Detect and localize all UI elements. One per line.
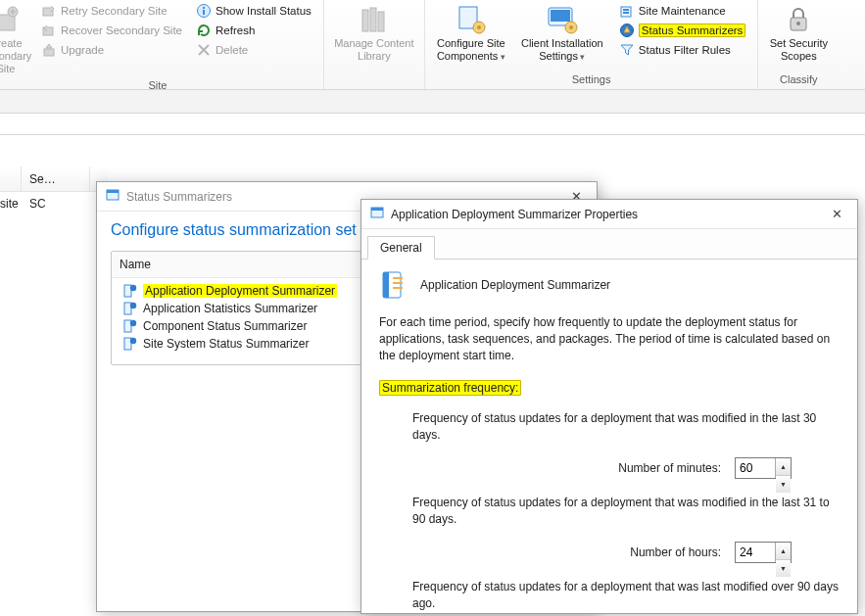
- retry-secondary-button[interactable]: Retry Secondary Site: [37, 2, 186, 20]
- summarizer-icon: [121, 301, 137, 316]
- svg-rect-26: [124, 285, 131, 297]
- recover-secondary-button[interactable]: Recover Secondary Site: [37, 22, 186, 39]
- svg-rect-19: [623, 9, 629, 11]
- refresh-button[interactable]: Refresh: [192, 22, 315, 39]
- grid-cell-sc: SC: [22, 197, 61, 211]
- svg-rect-37: [383, 272, 389, 298]
- set-security-label: Set Security Scopes: [768, 37, 829, 63]
- create-secondary-label: Create Secondary Site: [0, 37, 31, 75]
- grid-col-se[interactable]: Se…: [22, 166, 90, 191]
- client-install-label: Client Installation Settings: [517, 37, 607, 64]
- grid-row[interactable]: mary site SC: [0, 192, 108, 215]
- section-label-text: Summarization frequency:: [379, 380, 521, 396]
- spin-down-button[interactable]: ▼: [776, 476, 791, 493]
- freq1-desc: Frequency of status updates for a deploy…: [412, 410, 840, 444]
- properties-body: Application Deployment Summarizer For ea…: [361, 260, 857, 616]
- status-summarizers-title: Status Summarizers: [126, 190, 232, 204]
- configure-site-label: Configure Site Components: [435, 37, 507, 64]
- freq2-label: Number of hours:: [427, 545, 721, 561]
- svg-point-29: [130, 303, 136, 308]
- spin-up-button[interactable]: ▲: [776, 458, 791, 476]
- retry-secondary-label: Retry Secondary Site: [61, 5, 168, 17]
- hours-input[interactable]: [736, 543, 775, 562]
- freq1-label: Number of minutes:: [427, 460, 721, 477]
- notebook-icon: [379, 269, 410, 301]
- manage-content-button[interactable]: Manage Content Library: [332, 2, 416, 65]
- manage-content-label: Manage Content Library: [334, 37, 414, 63]
- retry-icon: [41, 3, 57, 19]
- section-label: Summarization frequency:: [379, 380, 521, 397]
- list-item-label: Component Status Summarizer: [143, 319, 307, 333]
- refresh-icon: [196, 23, 212, 38]
- properties-title: Application Deployment Summarizer Proper…: [391, 208, 638, 221]
- window-icon: [105, 187, 120, 206]
- summarizer-icon: [121, 318, 137, 334]
- freq2-field: Number of hours: ▲ ▼: [379, 542, 840, 563]
- svg-rect-32: [124, 338, 131, 350]
- summarizer-icon: [121, 336, 137, 352]
- svg-rect-39: [393, 282, 403, 284]
- upgrade-button[interactable]: Upgrade: [37, 41, 186, 59]
- configure-site-button[interactable]: Configure Site Components: [433, 2, 509, 66]
- list-item-label: Site System Status Summarizer: [143, 337, 309, 351]
- svg-rect-28: [124, 303, 131, 314]
- spin-down-button[interactable]: ▼: [776, 560, 791, 577]
- status-summarizers-label: Status Summarizers: [639, 24, 746, 37]
- grid-col-blank[interactable]: [2, 166, 22, 191]
- recover-icon: [41, 23, 57, 38]
- ribbon-group-content: Manage Content Library: [324, 0, 425, 89]
- tab-bar: General: [361, 229, 857, 260]
- ribbon-group-site: Create Secondary Site Retry Secondary Si…: [0, 0, 324, 89]
- site-actions-col-2: Show Install Status Refresh Delete: [192, 2, 315, 59]
- svg-rect-4: [44, 49, 54, 56]
- svg-point-31: [130, 320, 136, 326]
- status-filter-button[interactable]: Status Filter Rules: [615, 41, 750, 59]
- close-button[interactable]: ✕: [824, 205, 849, 224]
- minutes-input[interactable]: [736, 458, 775, 478]
- site-group-label: Site: [0, 77, 315, 95]
- recover-secondary-label: Recover Secondary Site: [61, 24, 182, 36]
- list-item-label: Application Deployment Summarizer: [143, 284, 337, 298]
- minutes-spinner: ▲ ▼: [775, 458, 791, 478]
- server-gear-icon: [456, 4, 487, 35]
- summarizer-icon: [121, 283, 137, 299]
- svg-rect-8: [362, 10, 368, 31]
- spacer-row: [0, 114, 865, 135]
- set-security-button[interactable]: Set Security Scopes: [766, 2, 831, 65]
- grid-header: Se…: [0, 166, 108, 192]
- svg-rect-30: [124, 320, 131, 332]
- svg-rect-9: [370, 8, 376, 31]
- hours-spinner: ▲ ▼: [775, 543, 791, 562]
- delete-label: Delete: [216, 44, 248, 56]
- svg-point-23: [796, 22, 800, 25]
- client-install-button[interactable]: Client Installation Settings: [515, 2, 609, 66]
- filter-icon: [619, 42, 635, 58]
- status-filter-label: Status Filter Rules: [639, 44, 731, 56]
- properties-titlebar[interactable]: Application Deployment Summarizer Proper…: [361, 200, 857, 229]
- properties-description: For each time period, specify how freque…: [379, 314, 840, 364]
- refresh-label: Refresh: [216, 24, 255, 36]
- settings-col: Site Maintenance Status Summarizers Stat…: [615, 2, 750, 59]
- info-icon: [196, 3, 212, 19]
- spin-up-button[interactable]: ▲: [776, 543, 791, 560]
- delete-button[interactable]: Delete: [192, 41, 315, 59]
- create-secondary-button[interactable]: Create Secondary Site: [0, 2, 31, 77]
- site-maintenance-label: Site Maintenance: [639, 5, 726, 17]
- tab-general[interactable]: General: [367, 236, 435, 260]
- hours-input-wrap: ▲ ▼: [735, 542, 792, 563]
- svg-rect-25: [107, 190, 119, 193]
- svg-rect-20: [623, 12, 629, 14]
- maintenance-icon: [619, 3, 635, 19]
- status-summarizers-button[interactable]: Status Summarizers: [615, 22, 750, 39]
- create-site-icon: [0, 4, 22, 35]
- properties-heading: Application Deployment Summarizer: [379, 269, 840, 301]
- svg-point-13: [477, 25, 481, 29]
- svg-point-33: [130, 338, 136, 344]
- status-warn-icon: [619, 23, 635, 38]
- ribbon-group-settings: Configure Site Components Client Install…: [425, 0, 759, 89]
- show-install-button[interactable]: Show Install Status: [192, 2, 315, 20]
- ribbon-group-classify: Set Security Scopes Classify: [758, 0, 839, 89]
- books-icon: [359, 4, 390, 35]
- settings-group-label: Settings: [433, 71, 750, 89]
- site-maintenance-button[interactable]: Site Maintenance: [615, 2, 750, 20]
